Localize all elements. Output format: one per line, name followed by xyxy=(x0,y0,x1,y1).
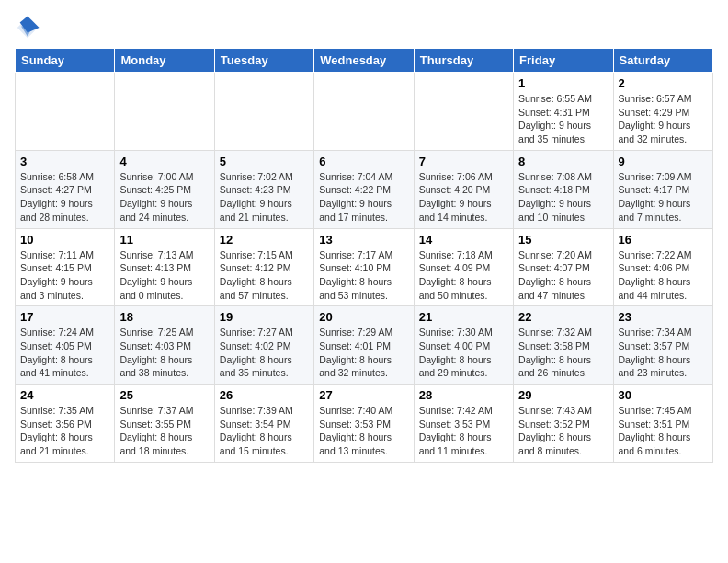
calendar-cell: 7Sunrise: 7:06 AM Sunset: 4:20 PM Daylig… xyxy=(414,150,513,228)
weekday-header-thursday: Thursday xyxy=(414,49,513,73)
calendar-cell: 5Sunrise: 7:02 AM Sunset: 4:23 PM Daylig… xyxy=(214,150,313,228)
day-info: Sunrise: 7:27 AM Sunset: 4:02 PM Dayligh… xyxy=(220,326,309,380)
logo-icon xyxy=(15,15,40,40)
calendar-cell: 26Sunrise: 7:39 AM Sunset: 3:54 PM Dayli… xyxy=(214,385,313,463)
weekday-header-row: SundayMondayTuesdayWednesdayThursdayFrid… xyxy=(16,49,713,73)
calendar-cell: 4Sunrise: 7:00 AM Sunset: 4:25 PM Daylig… xyxy=(115,150,214,228)
day-info: Sunrise: 7:17 AM Sunset: 4:10 PM Dayligh… xyxy=(319,248,408,303)
calendar-cell xyxy=(115,73,214,151)
day-number: 2 xyxy=(619,76,708,90)
weekday-header-friday: Friday xyxy=(514,49,613,73)
day-number: 3 xyxy=(20,155,109,168)
day-number: 25 xyxy=(119,388,209,402)
calendar-cell: 10Sunrise: 7:11 AM Sunset: 4:15 PM Dayli… xyxy=(16,228,115,306)
day-number: 27 xyxy=(319,388,408,402)
day-info: Sunrise: 7:30 AM Sunset: 4:00 PM Dayligh… xyxy=(419,326,508,380)
day-number: 1 xyxy=(518,76,608,90)
day-number: 16 xyxy=(619,233,708,247)
calendar-cell: 22Sunrise: 7:32 AM Sunset: 3:58 PM Dayli… xyxy=(514,306,613,385)
calendar-cell xyxy=(16,73,115,151)
day-number: 30 xyxy=(619,388,708,402)
weekday-header-sunday: Sunday xyxy=(16,49,115,73)
day-info: Sunrise: 7:18 AM Sunset: 4:09 PM Dayligh… xyxy=(419,248,508,303)
day-info: Sunrise: 7:45 AM Sunset: 3:51 PM Dayligh… xyxy=(619,404,708,458)
day-info: Sunrise: 7:32 AM Sunset: 3:58 PM Dayligh… xyxy=(518,326,608,380)
calendar-cell: 1Sunrise: 6:55 AM Sunset: 4:31 PM Daylig… xyxy=(514,73,613,151)
calendar-cell: 13Sunrise: 7:17 AM Sunset: 4:10 PM Dayli… xyxy=(314,228,414,306)
calendar-cell: 25Sunrise: 7:37 AM Sunset: 3:55 PM Dayli… xyxy=(115,385,214,463)
week-row-2: 10Sunrise: 7:11 AM Sunset: 4:15 PM Dayli… xyxy=(16,228,713,306)
day-number: 13 xyxy=(319,233,408,247)
weekday-header-tuesday: Tuesday xyxy=(214,49,313,73)
day-number: 22 xyxy=(518,310,608,324)
calendar-cell: 20Sunrise: 7:29 AM Sunset: 4:01 PM Dayli… xyxy=(314,306,414,385)
calendar-cell: 30Sunrise: 7:45 AM Sunset: 3:51 PM Dayli… xyxy=(613,385,712,463)
day-info: Sunrise: 7:22 AM Sunset: 4:06 PM Dayligh… xyxy=(619,248,708,303)
header xyxy=(15,15,713,40)
calendar-cell: 28Sunrise: 7:42 AM Sunset: 3:53 PM Dayli… xyxy=(414,385,513,463)
calendar-cell: 11Sunrise: 7:13 AM Sunset: 4:13 PM Dayli… xyxy=(115,228,214,306)
day-number: 6 xyxy=(319,155,408,168)
day-number: 14 xyxy=(419,233,508,247)
calendar-cell xyxy=(314,73,414,151)
day-info: Sunrise: 6:57 AM Sunset: 4:29 PM Dayligh… xyxy=(619,92,708,146)
day-info: Sunrise: 7:40 AM Sunset: 3:53 PM Dayligh… xyxy=(319,404,408,458)
calendar-cell: 12Sunrise: 7:15 AM Sunset: 4:12 PM Dayli… xyxy=(214,228,313,306)
day-info: Sunrise: 7:35 AM Sunset: 3:56 PM Dayligh… xyxy=(20,404,109,458)
day-number: 26 xyxy=(220,388,309,402)
day-number: 12 xyxy=(220,233,309,247)
weekday-header-wednesday: Wednesday xyxy=(314,49,414,73)
day-number: 10 xyxy=(20,233,109,247)
day-info: Sunrise: 7:09 AM Sunset: 4:17 PM Dayligh… xyxy=(619,170,708,224)
day-number: 29 xyxy=(518,388,608,402)
day-number: 8 xyxy=(518,155,608,168)
week-row-1: 3Sunrise: 6:58 AM Sunset: 4:27 PM Daylig… xyxy=(16,150,713,228)
calendar-cell: 6Sunrise: 7:04 AM Sunset: 4:22 PM Daylig… xyxy=(314,150,414,228)
calendar-cell: 23Sunrise: 7:34 AM Sunset: 3:57 PM Dayli… xyxy=(613,306,712,385)
day-number: 24 xyxy=(20,388,109,402)
day-number: 20 xyxy=(319,310,408,324)
day-info: Sunrise: 7:20 AM Sunset: 4:07 PM Dayligh… xyxy=(518,248,608,303)
calendar-cell: 29Sunrise: 7:43 AM Sunset: 3:52 PM Dayli… xyxy=(514,385,613,463)
calendar-cell: 15Sunrise: 7:20 AM Sunset: 4:07 PM Dayli… xyxy=(514,228,613,306)
day-info: Sunrise: 7:06 AM Sunset: 4:20 PM Dayligh… xyxy=(419,170,508,224)
day-number: 28 xyxy=(419,388,508,402)
day-number: 19 xyxy=(220,310,309,324)
week-row-4: 24Sunrise: 7:35 AM Sunset: 3:56 PM Dayli… xyxy=(16,385,713,463)
day-number: 21 xyxy=(419,310,508,324)
weekday-header-saturday: Saturday xyxy=(613,49,712,73)
week-row-0: 1Sunrise: 6:55 AM Sunset: 4:31 PM Daylig… xyxy=(16,73,713,151)
day-info: Sunrise: 7:00 AM Sunset: 4:25 PM Dayligh… xyxy=(119,170,209,224)
day-info: Sunrise: 7:42 AM Sunset: 3:53 PM Dayligh… xyxy=(419,404,508,458)
day-info: Sunrise: 7:34 AM Sunset: 3:57 PM Dayligh… xyxy=(619,326,708,380)
day-number: 15 xyxy=(518,233,608,247)
day-info: Sunrise: 7:43 AM Sunset: 3:52 PM Dayligh… xyxy=(518,404,608,458)
day-info: Sunrise: 7:11 AM Sunset: 4:15 PM Dayligh… xyxy=(20,248,109,303)
calendar-cell: 8Sunrise: 7:08 AM Sunset: 4:18 PM Daylig… xyxy=(514,150,613,228)
calendar-cell: 18Sunrise: 7:25 AM Sunset: 4:03 PM Dayli… xyxy=(115,306,214,385)
day-number: 23 xyxy=(619,310,708,324)
day-number: 18 xyxy=(119,310,209,324)
day-number: 9 xyxy=(619,155,708,168)
calendar-cell: 2Sunrise: 6:57 AM Sunset: 4:29 PM Daylig… xyxy=(613,73,712,151)
day-info: Sunrise: 6:55 AM Sunset: 4:31 PM Dayligh… xyxy=(518,92,608,146)
calendar-cell: 24Sunrise: 7:35 AM Sunset: 3:56 PM Dayli… xyxy=(16,385,115,463)
calendar-cell: 3Sunrise: 6:58 AM Sunset: 4:27 PM Daylig… xyxy=(16,150,115,228)
day-number: 4 xyxy=(119,155,209,168)
day-number: 5 xyxy=(220,155,309,168)
calendar-cell: 9Sunrise: 7:09 AM Sunset: 4:17 PM Daylig… xyxy=(613,150,712,228)
day-info: Sunrise: 6:58 AM Sunset: 4:27 PM Dayligh… xyxy=(20,170,109,224)
day-info: Sunrise: 7:24 AM Sunset: 4:05 PM Dayligh… xyxy=(20,326,109,380)
calendar-cell: 14Sunrise: 7:18 AM Sunset: 4:09 PM Dayli… xyxy=(414,228,513,306)
day-info: Sunrise: 7:39 AM Sunset: 3:54 PM Dayligh… xyxy=(220,404,309,458)
week-row-3: 17Sunrise: 7:24 AM Sunset: 4:05 PM Dayli… xyxy=(16,306,713,385)
calendar-cell: 16Sunrise: 7:22 AM Sunset: 4:06 PM Dayli… xyxy=(613,228,712,306)
day-info: Sunrise: 7:37 AM Sunset: 3:55 PM Dayligh… xyxy=(119,404,209,458)
calendar-table: SundayMondayTuesdayWednesdayThursdayFrid… xyxy=(15,48,713,463)
day-info: Sunrise: 7:15 AM Sunset: 4:12 PM Dayligh… xyxy=(220,248,309,303)
calendar-cell xyxy=(214,73,313,151)
day-number: 11 xyxy=(119,233,209,247)
calendar-cell xyxy=(414,73,513,151)
day-info: Sunrise: 7:08 AM Sunset: 4:18 PM Dayligh… xyxy=(518,170,608,224)
day-number: 7 xyxy=(419,155,508,168)
